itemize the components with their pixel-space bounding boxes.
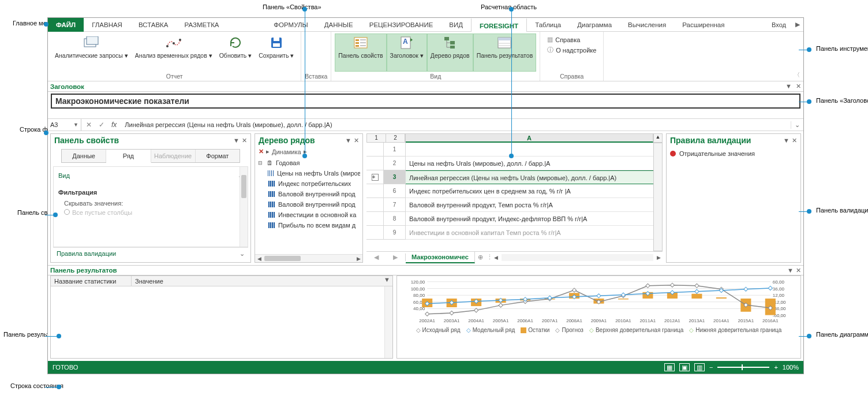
tree-item[interactable]: Валовой внутренний прод: [257, 199, 360, 210]
svg-rect-66: [695, 284, 699, 288]
table-row[interactable]: +3Линейная регрессия (Цены на нефть Ural…: [366, 170, 653, 184]
title-input[interactable]: Макроэкономические показатели: [51, 94, 800, 109]
props-footer[interactable]: Правила валидации ⌄: [53, 247, 248, 260]
props-tab-series[interactable]: Ряд: [106, 150, 151, 163]
view-break-icon[interactable]: ▥: [694, 363, 705, 371]
panel-close-icon[interactable]: ✕: [354, 137, 359, 144]
zoom-in-icon[interactable]: +: [774, 364, 777, 371]
queries-button[interactable]: Аналитические запросы ▾: [51, 33, 132, 72]
sheet-vscroll[interactable]: [653, 143, 663, 251]
props-tab-data[interactable]: Данные: [62, 150, 106, 162]
save-button[interactable]: Сохранить ▾: [255, 33, 297, 72]
sheet-tab[interactable]: Макроэкономичес: [406, 252, 475, 263]
tab-table[interactable]: Таблица: [527, 18, 569, 32]
panel-menu-icon[interactable]: ▼: [233, 137, 240, 144]
table-row[interactable]: 8Валовой внутренний продукт, Индекс-дефл…: [366, 212, 653, 226]
tab-layout[interactable]: РАЗМЕТКА СТРАНИЦЫ: [177, 18, 266, 32]
table-row[interactable]: 9Инвестиции в основной капитал Темп рост…: [366, 226, 653, 240]
timeseries-button[interactable]: Анализ временных рядов ▾: [132, 33, 216, 72]
tree-panel: Дерево рядов ▼✕ ✕ ▸ Динамика ▸ ⊟ 🗓 Годов…: [255, 133, 363, 263]
collapse-icon[interactable]: ⊟: [257, 160, 263, 166]
formula-expand-icon[interactable]: ⌄: [791, 121, 803, 129]
column-header-a[interactable]: A: [406, 133, 653, 143]
table-row[interactable]: 6Индекс потребительских цен в среднем за…: [366, 184, 653, 198]
tab-insert[interactable]: ВСТАВКА: [130, 18, 177, 32]
about-button[interactable]: ⓘ О надстройке: [546, 44, 597, 55]
zoom-out-icon[interactable]: −: [709, 364, 713, 371]
group-report-label: Отчет: [51, 72, 297, 81]
crumb-item[interactable]: Динамика: [272, 148, 301, 155]
name-box[interactable]: A3 ▼: [48, 119, 81, 131]
tab-formulas[interactable]: ФОРМУЛЫ: [265, 18, 316, 32]
svg-rect-11: [356, 45, 359, 47]
refresh-button[interactable]: Обновить ▾: [216, 33, 255, 72]
ribbon-collapse-icon[interactable]: 〈: [794, 71, 800, 79]
svg-text:2004A1: 2004A1: [468, 318, 484, 323]
props-tab-format[interactable]: Формат: [196, 150, 240, 162]
sheet-add-icon[interactable]: ⊕: [475, 254, 487, 261]
tab-diagram[interactable]: Диаграмма: [569, 18, 620, 32]
tree-body: ⊟ 🗓 Годовая Цены на нефть Urals (мировые…: [255, 156, 362, 254]
svg-text:2015A1: 2015A1: [738, 318, 754, 323]
sheet-hscroll[interactable]: ◀▶: [492, 254, 663, 261]
view-page-icon[interactable]: ▣: [679, 363, 690, 371]
panel-close-icon[interactable]: ✕: [242, 137, 247, 144]
tab-calc[interactable]: Вычисления: [620, 18, 674, 32]
tab-home[interactable]: ГЛАВНАЯ: [84, 18, 130, 32]
login-link[interactable]: Вход: [766, 21, 792, 28]
results-dropdown-icon[interactable]: ▼: [381, 276, 392, 286]
validation-rule-item[interactable]: Отрицательные значения: [670, 150, 797, 157]
svg-rect-18: [450, 41, 455, 44]
fx-icon[interactable]: fx: [111, 121, 117, 129]
tab-review[interactable]: РЕЦЕНЗИРОВАНИЕ: [361, 18, 442, 32]
sheet-nav-prev[interactable]: ◀: [366, 254, 386, 261]
tab-data[interactable]: ДАННЫЕ: [316, 18, 361, 32]
sheet-nav-next[interactable]: ▶: [386, 254, 406, 261]
panel-menu-icon[interactable]: ▼: [783, 137, 790, 144]
ribbon-body: Аналитические запросы ▾ Анализ временных…: [48, 32, 803, 81]
tab-file[interactable]: ФАЙЛ: [48, 18, 84, 32]
zoom-slider[interactable]: [717, 367, 769, 368]
panel-menu-icon[interactable]: ▼: [345, 137, 351, 144]
tree-item[interactable]: Прибыль по всем видам д: [257, 220, 360, 230]
clear-icon[interactable]: ✕: [259, 148, 264, 155]
accept-icon[interactable]: ✓: [99, 121, 104, 129]
tree-root[interactable]: ⊟ 🗓 Годовая: [257, 158, 360, 168]
tab-overflow-icon[interactable]: ▶: [792, 21, 803, 28]
title-close-icon[interactable]: ✕: [796, 83, 801, 90]
tree-item[interactable]: Индекс потребительских: [257, 178, 360, 189]
table-row[interactable]: 2Цены на нефть Urals (мировые), долл. / …: [366, 156, 653, 170]
svg-rect-64: [646, 284, 650, 288]
series-icon: [268, 180, 276, 187]
tree-item[interactable]: Валовой внутренний прод: [257, 189, 360, 199]
panel-close-icon[interactable]: ✕: [796, 267, 801, 274]
cancel-icon[interactable]: ✕: [86, 121, 92, 129]
svg-text:36,00: 36,00: [773, 286, 785, 292]
sheet-vscroll-top[interactable]: ▲: [653, 133, 663, 143]
table-row[interactable]: 7Валовой внутренний продукт, Темп роста …: [366, 198, 653, 212]
help-button[interactable]: ▥ Справка: [546, 35, 597, 44]
props-section-view[interactable]: Вид ⌄: [57, 170, 244, 181]
panel-menu-icon[interactable]: ▼: [787, 267, 794, 274]
all-empty-radio[interactable]: Все пустые столбцы: [57, 209, 244, 216]
tab-analytics[interactable]: Расширенная аналитика: [674, 18, 766, 32]
results-toggle-button[interactable]: Панель результатов: [473, 33, 537, 72]
book-icon: ▥: [547, 36, 553, 43]
tab-view[interactable]: ВИД: [441, 18, 471, 32]
tree-toggle-button[interactable]: Дерево рядов: [427, 33, 473, 72]
view-normal-icon[interactable]: ▦: [664, 363, 675, 371]
tab-foresight[interactable]: FORESIGHT: [471, 18, 527, 32]
outline-levels[interactable]: 12: [366, 133, 406, 143]
tree-hscroll[interactable]: ◀▶: [255, 254, 362, 262]
formula-input[interactable]: Линейная регрессия (Цены на нефть Urals …: [121, 121, 791, 128]
props-toggle-button[interactable]: Панель свойств: [335, 33, 386, 72]
title-dropdown-icon[interactable]: ▼: [785, 83, 792, 90]
app-window: ФАЙЛ ГЛАВНАЯ ВСТАВКА РАЗМЕТКА СТРАНИЦЫ Ф…: [47, 17, 804, 374]
status-ready: ГОТОВО: [53, 364, 78, 371]
tree-item[interactable]: Цены на нефть Urals (мировые): [257, 168, 360, 178]
props-scrollbar[interactable]: [240, 167, 248, 247]
header-toggle-button[interactable]: A Заголовок ▾: [387, 33, 427, 72]
results-scrollbar[interactable]: [384, 286, 392, 358]
tree-item[interactable]: Инвестиции в основной ка: [257, 210, 360, 220]
panel-close-icon[interactable]: ✕: [792, 137, 797, 144]
